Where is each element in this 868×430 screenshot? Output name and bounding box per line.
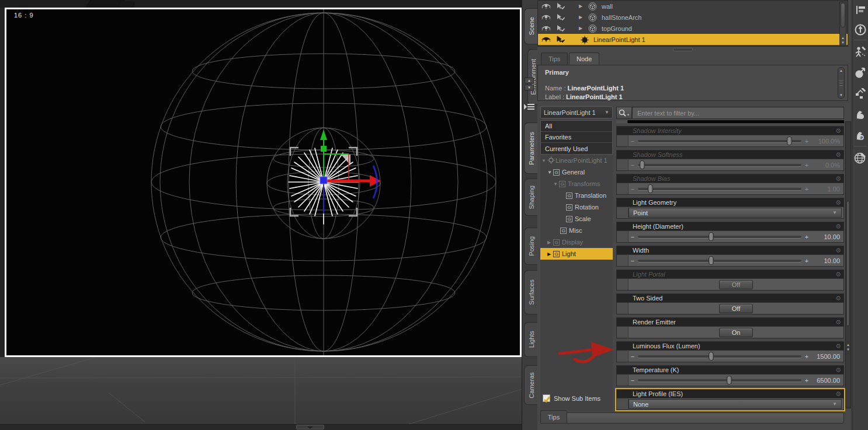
expand-caret-icon[interactable]: ▶	[579, 26, 585, 31]
tab-lights[interactable]: Lights	[524, 322, 538, 357]
decrement-button[interactable]: −	[629, 162, 637, 169]
node-selector-dropdown[interactable]: LinearPointLight 1 ▼	[540, 106, 613, 118]
param-value[interactable]: 1500.00	[811, 353, 843, 360]
gear-icon[interactable]: ⚙	[835, 390, 841, 397]
outline-list-icon[interactable]	[853, 2, 867, 18]
scroll-down-icon[interactable]: ▼	[838, 93, 844, 97]
sphere-arrow-icon[interactable]	[853, 65, 867, 81]
slider-thumb[interactable]	[709, 256, 714, 265]
muscle-p-icon[interactable]: P	[853, 128, 867, 144]
scene-scrollbar[interactable]: ▲ ▼	[839, 2, 846, 46]
tree-item-transforms[interactable]: ▼ G Transforms	[540, 178, 613, 190]
expand-caret-icon[interactable]: ▶	[579, 15, 585, 20]
tree-item-root[interactable]: ▼ LinearPointLight 1	[540, 155, 613, 166]
tab-cameras[interactable]: Cameras	[524, 365, 538, 405]
search-options-button[interactable]: ▼	[616, 107, 632, 119]
visibility-eye-icon[interactable]	[541, 25, 552, 33]
gear-icon[interactable]: ⚙	[835, 342, 841, 349]
gear-icon[interactable]: ⚙	[835, 295, 841, 302]
slider-thumb[interactable]	[640, 160, 645, 169]
slider-thumb[interactable]	[709, 232, 714, 241]
param-value[interactable]: 10.00	[811, 233, 843, 240]
increment-button[interactable]: +	[803, 377, 811, 384]
scene-item-topground[interactable]: ▶ topGround	[538, 23, 848, 34]
splitter-grip[interactable]	[673, 48, 693, 51]
increment-button[interactable]: +	[803, 138, 811, 145]
scene-item-hallstonearch[interactable]: ▶ hallStoneArch	[538, 12, 848, 23]
scroll-up-icon[interactable]: ▲	[846, 343, 850, 347]
decrement-button[interactable]: −	[629, 233, 637, 240]
node-scrollbar[interactable]: ▲ ▼	[838, 67, 845, 99]
gear-icon[interactable]: ⚙	[835, 223, 841, 230]
scrollbar-thumb[interactable]	[841, 3, 845, 27]
selectable-pointer-icon[interactable]	[555, 2, 566, 11]
decrement-button[interactable]: −	[629, 186, 637, 193]
slider-thumb[interactable]	[787, 137, 792, 145]
increment-button[interactable]: +	[803, 353, 811, 360]
filter-currently-used[interactable]: Currently Used	[541, 143, 612, 154]
decrement-button[interactable]: −	[629, 257, 637, 264]
viewport-3d[interactable]: 16 : 9	[0, 0, 522, 430]
selectable-pointer-icon[interactable]	[555, 25, 566, 33]
parameters-scrollbar[interactable]: ▲ ▼	[845, 121, 851, 408]
caret-down-icon[interactable]: ▼	[547, 170, 553, 175]
gear-icon[interactable]: ⚙	[835, 247, 841, 254]
tab-scroll-up-button[interactable]: ▲	[525, 78, 534, 83]
slider-thumb[interactable]	[648, 184, 653, 193]
increment-button[interactable]: +	[803, 257, 811, 264]
light-geometry-dropdown[interactable]: Point▼	[629, 208, 842, 218]
panel-splitter[interactable]	[537, 47, 848, 53]
light-portal-toggle[interactable]: Off	[719, 280, 753, 289]
compass-icon[interactable]	[853, 22, 867, 37]
tab-parameters[interactable]: Parameters	[524, 123, 538, 174]
slider-track[interactable]	[638, 260, 801, 262]
slider-track[interactable]	[638, 164, 801, 166]
decrement-button[interactable]: −	[629, 353, 637, 360]
decrement-button[interactable]: −	[629, 377, 637, 384]
scrollbar-thumb[interactable]	[846, 201, 850, 326]
increment-button[interactable]: +	[803, 162, 811, 169]
increment-button[interactable]: +	[803, 233, 811, 240]
tab-environment[interactable]: Environment	[527, 49, 538, 105]
tree-item-light[interactable]: ▶ G Light	[540, 248, 613, 260]
muscle-icon[interactable]	[853, 107, 867, 123]
selectable-pointer-icon[interactable]	[555, 13, 566, 22]
checkbox[interactable]	[543, 394, 550, 402]
slider-track[interactable]	[638, 379, 801, 382]
slider-track[interactable]	[638, 188, 801, 190]
filter-all[interactable]: All	[541, 121, 612, 132]
pane-menu-icon[interactable]	[524, 103, 536, 116]
tips-tab[interactable]: Tips	[540, 410, 567, 424]
slider-track[interactable]	[638, 355, 801, 358]
slider-thumb[interactable]	[709, 352, 714, 361]
tree-item-general[interactable]: ▼ G General	[540, 166, 613, 178]
scroll-down-icon[interactable]: ▼	[840, 41, 846, 44]
visibility-eye-icon[interactable]	[541, 13, 552, 22]
rig-edit-icon[interactable]	[853, 86, 867, 102]
slider-track[interactable]	[638, 236, 801, 238]
tree-item-misc[interactable]: G Misc	[540, 225, 613, 236]
tree-item-display[interactable]: ▶ G Display	[540, 236, 613, 248]
slider-track[interactable]	[638, 140, 801, 142]
light-profile-dropdown[interactable]: None▼	[629, 399, 842, 409]
param-value[interactable]: 1.00	[811, 186, 843, 193]
visibility-eye-icon[interactable]	[541, 2, 552, 11]
expand-caret-icon[interactable]: ▶	[579, 4, 585, 9]
figure-edit-icon[interactable]	[853, 44, 867, 60]
tab-scene[interactable]: Scene	[524, 8, 538, 44]
gear-icon[interactable]: ⚙	[835, 271, 841, 278]
tab-shaping[interactable]: Shaping	[524, 179, 538, 216]
globe-edit-icon[interactable]	[853, 151, 867, 166]
show-sub-items-checkbox[interactable]: Show Sub Items	[543, 394, 600, 402]
tab-node[interactable]: Node	[569, 53, 599, 65]
gear-icon[interactable]: ⚙	[835, 151, 841, 158]
tree-item-rotation[interactable]: G Rotation	[540, 201, 613, 213]
scroll-up-icon[interactable]: ▲	[840, 36, 846, 40]
tab-posing[interactable]: Posing	[524, 228, 538, 265]
slider-thumb[interactable]	[727, 376, 732, 384]
selectable-pointer-icon[interactable]	[555, 36, 566, 44]
pane-splitter-grip[interactable]	[296, 425, 324, 429]
caret-down-icon[interactable]: ▼	[553, 181, 559, 187]
scene-item-linearpointlight[interactable]: LinearPointLight 1	[538, 34, 848, 45]
visibility-eye-icon[interactable]	[541, 36, 552, 44]
